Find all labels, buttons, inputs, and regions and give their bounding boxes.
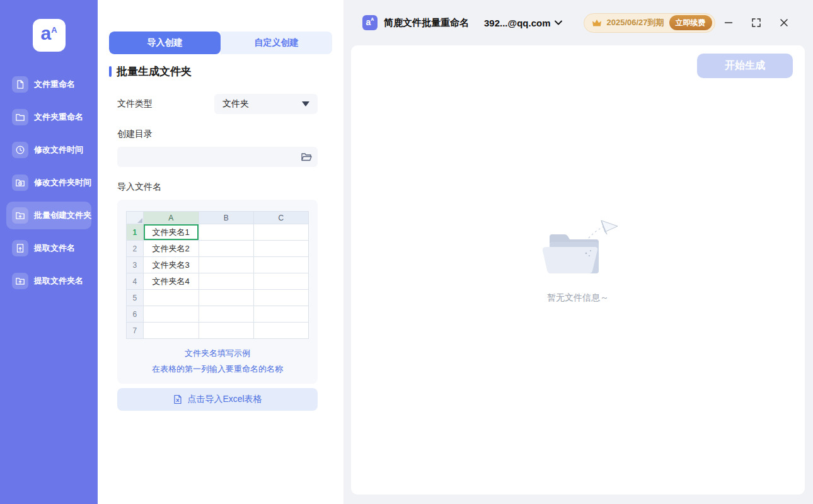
folder-rename-icon xyxy=(12,109,28,125)
column-header-c[interactable]: C xyxy=(253,212,308,224)
sidebar-item-extract-foldername[interactable]: 提取文件夹名 xyxy=(6,267,91,295)
sidebar-item-file-rename[interactable]: 文件重命名 xyxy=(6,71,91,98)
sidebar-item-batch-create-folder[interactable]: 批量创建文件夹 xyxy=(6,202,91,229)
sidebar-item-label: 提取文件夹名 xyxy=(34,275,83,287)
empty-state-text: 暂无文件信息～ xyxy=(531,292,625,304)
title-accent-bar xyxy=(109,66,112,77)
cell-b3[interactable] xyxy=(199,257,253,273)
create-mode-tabs: 导入创建 自定义创建 xyxy=(109,32,332,54)
sheet-row: 5 xyxy=(127,290,309,306)
cell-c7[interactable] xyxy=(253,323,308,339)
import-excel-button[interactable]: 点击导入Excel表格 xyxy=(117,388,318,411)
row-header-2[interactable]: 2 xyxy=(127,241,144,257)
create-dir-label: 创建目录 xyxy=(117,129,153,139)
close-button[interactable] xyxy=(778,16,790,29)
browse-folder-button[interactable] xyxy=(301,151,312,163)
app-mini-logo: a A xyxy=(362,15,378,30)
file-time-icon xyxy=(12,142,28,158)
start-generate-button[interactable]: 开始生成 xyxy=(697,54,793,78)
sidebar-item-file-time[interactable]: 修改文件时间 xyxy=(6,136,91,164)
create-dir-row: 创建目录 xyxy=(117,128,318,167)
cell-b7[interactable] xyxy=(199,323,253,339)
folder-time-icon xyxy=(12,175,28,191)
renew-button[interactable]: 立即续费 xyxy=(669,15,712,30)
folder-plus-icon xyxy=(12,207,28,224)
create-dir-input[interactable] xyxy=(117,147,318,167)
row-header-4[interactable]: 4 xyxy=(127,273,144,290)
cell-c3[interactable] xyxy=(253,257,308,273)
window-controls xyxy=(722,16,790,29)
cell-b2[interactable] xyxy=(199,241,253,257)
file-type-selected-value: 文件夹 xyxy=(222,98,249,110)
row-header-5[interactable]: 5 xyxy=(127,290,144,306)
cell-a2[interactable]: 文件夹名2 xyxy=(143,241,199,257)
cell-b6[interactable] xyxy=(199,306,253,323)
file-type-row: 文件类型 文件夹 xyxy=(117,94,318,114)
folder-open-icon xyxy=(301,151,312,163)
empty-state: 暂无文件信息～ xyxy=(531,218,625,304)
cell-b4[interactable] xyxy=(199,273,253,290)
cell-c5[interactable] xyxy=(253,290,308,306)
tab-custom-create[interactable]: 自定义创建 xyxy=(221,32,332,54)
minimize-icon xyxy=(724,18,734,28)
caret-down-icon xyxy=(302,101,309,106)
excel-file-icon xyxy=(173,394,183,404)
sidebar-item-folder-time[interactable]: 修改文件夹时间 xyxy=(6,169,91,197)
file-up-icon xyxy=(12,240,28,256)
select-all-triangle-icon xyxy=(137,218,142,223)
cell-c1[interactable] xyxy=(253,224,308,241)
sheet-row: 1 文件夹名1 xyxy=(127,224,309,241)
minimize-button[interactable] xyxy=(722,16,735,29)
fullscreen-button[interactable] xyxy=(750,16,763,29)
file-type-select[interactable]: 文件夹 xyxy=(214,94,318,114)
cell-a7[interactable] xyxy=(143,323,199,339)
cell-c4[interactable] xyxy=(253,273,308,290)
sidebar-item-label: 文件夹重命名 xyxy=(34,112,83,123)
app-logo: a A xyxy=(33,19,66,52)
create-form: 文件类型 文件夹 创建目录 导入文件名 xyxy=(117,94,318,411)
tab-import-create[interactable]: 导入创建 xyxy=(109,32,221,54)
cell-c2[interactable] xyxy=(253,241,308,257)
cell-b5[interactable] xyxy=(199,290,253,306)
import-filename-label: 导入文件名 xyxy=(117,181,161,192)
row-header-6[interactable]: 6 xyxy=(127,306,144,323)
app-window: a A 文件重命名 文件夹重命名 修改文件时间 xyxy=(0,0,813,504)
column-header-b[interactable]: B xyxy=(199,212,253,224)
table-hint-text: 在表格的第一列输入要重命名的名称 xyxy=(126,364,309,375)
chevron-down-icon xyxy=(555,20,562,25)
example-link[interactable]: 文件夹名填写示例 xyxy=(126,348,309,359)
account-menu-button[interactable]: 392...@qq.com xyxy=(484,18,562,28)
row-header-3[interactable]: 3 xyxy=(127,257,144,273)
sheet-row: 4 文件夹名4 xyxy=(127,273,309,290)
sheet-row: 3 文件夹名3 xyxy=(127,257,309,273)
close-icon xyxy=(779,18,789,28)
sidebar-item-extract-filename[interactable]: 提取文件名 xyxy=(6,234,91,262)
cell-a5[interactable] xyxy=(143,290,199,306)
cell-b1[interactable] xyxy=(199,224,253,241)
settings-panel: 导入创建 自定义创建 批量生成文件夹 文件类型 文件夹 创建目录 xyxy=(98,0,343,504)
sheet-row: 6 xyxy=(127,306,309,323)
empty-folder-illustration xyxy=(531,218,625,281)
logo-letter: a xyxy=(40,24,51,43)
row-header-1[interactable]: 1 xyxy=(127,224,144,241)
sidebar: a A 文件重命名 文件夹重命名 修改文件时间 xyxy=(0,0,98,504)
file-type-label: 文件类型 xyxy=(117,98,153,110)
cell-a1[interactable]: 文件夹名1 xyxy=(143,224,199,241)
spreadsheet: A B C 1 文件夹名1 2 xyxy=(126,211,309,339)
column-header-a[interactable]: A xyxy=(143,212,199,224)
titlebar: a A 简鹿文件批量重命名 392...@qq.com 2025/06/27到期… xyxy=(343,0,813,45)
license-badge: 2025/06/27到期 立即续费 xyxy=(584,13,715,33)
cell-a3[interactable]: 文件夹名3 xyxy=(143,257,199,273)
cell-c6[interactable] xyxy=(253,306,308,323)
sidebar-item-folder-rename[interactable]: 文件夹重命名 xyxy=(6,103,91,131)
cell-a4[interactable]: 文件夹名4 xyxy=(143,273,199,290)
window-title: 简鹿文件批量重命名 xyxy=(384,17,469,29)
row-header-7[interactable]: 7 xyxy=(127,323,144,339)
select-all-cell[interactable] xyxy=(127,212,144,224)
section-title-row: 批量生成文件夹 xyxy=(109,64,332,79)
page-title: 批量生成文件夹 xyxy=(117,64,192,79)
sidebar-item-label: 批量创建文件夹 xyxy=(34,210,91,221)
cell-a6[interactable] xyxy=(143,306,199,323)
fullscreen-icon xyxy=(751,18,761,28)
sidebar-item-label: 提取文件名 xyxy=(34,243,75,254)
